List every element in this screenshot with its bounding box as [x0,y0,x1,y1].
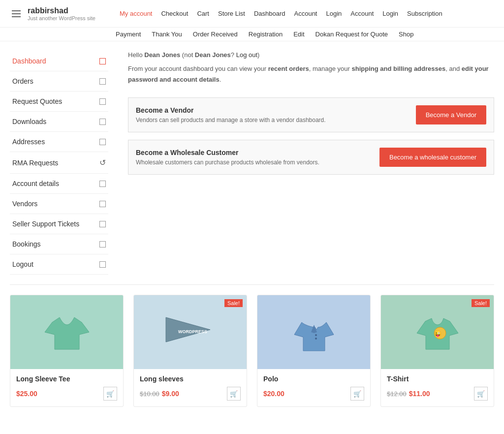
nav-registration[interactable]: Registration [244,31,287,38]
price-current: $9.00 [162,390,179,398]
sidebar-label-addresses: Addresses [12,138,45,146]
price-current: $20.00 [263,390,284,398]
sidebar-label-orders: Orders [12,77,33,85]
svg-point-3 [315,338,317,340]
product-image[interactable] [257,295,370,369]
svg-text:😜: 😜 [434,330,441,337]
product-image[interactable]: Sale! 😜 [381,295,494,369]
sidebar: Dashboard Orders Request Quotes Download… [10,51,108,275]
price-current: $11.00 [409,390,430,398]
sidebar-item-logout[interactable]: Logout [10,254,108,275]
products-grid: Long Sleeve Tee $25.00 🛒 Sale! WORDPRESS… [10,295,494,407]
long-sleeve-tee-illustration [42,308,92,357]
square-icon [99,241,106,248]
square-icon [99,139,106,145]
product-name[interactable]: Long Sleeve Tee [16,375,117,383]
nav-dokan-rfq[interactable]: Dokan Request for Quote [311,31,393,38]
square-icon [99,78,106,85]
product-info: Long Sleeve Tee $25.00 🛒 [10,369,123,406]
welcome-message: Hello Dean Jones (not Dean Jones? Log ou… [128,51,494,59]
product-image[interactable] [10,295,123,369]
wholesale-description: Wholesale customers can purchase product… [136,159,319,166]
product-image[interactable]: Sale! WORDPRESS [134,295,247,369]
become-vendor-box: Become a Vendor Vendors can sell product… [128,97,494,132]
description-text: From your account dashboard you can view… [128,63,494,85]
price-old: $10.00 [140,390,159,398]
sidebar-item-addresses[interactable]: Addresses [10,132,108,152]
tshirt-illustration: 😜 [413,308,462,357]
wholesale-box-text: Become a Wholesale Customer Wholesale cu… [136,149,319,166]
nav-account-2[interactable]: Account [346,10,378,17]
square-icon [99,181,106,187]
product-card: Sale! WORDPRESS Long sleeves $10.00 $9.0… [133,295,247,407]
sidebar-item-request-quotes[interactable]: Request Quotes [10,92,108,112]
sidebar-item-bookings[interactable]: Bookings [10,234,108,254]
sidebar-item-orders[interactable]: Orders [10,71,108,92]
square-icon [99,119,106,125]
nav-subscription[interactable]: Subscription [403,10,446,17]
sidebar-label-request-quotes: Request Quotes [12,97,62,105]
price-current: $25.00 [16,390,37,398]
square-icon [99,261,106,268]
product-price-row: $25.00 🛒 [16,387,117,401]
vendor-title: Become a Vendor [136,106,326,114]
sidebar-label-dashboard: Dashboard [12,57,46,65]
nav-thank-you[interactable]: Thank You [147,31,187,38]
main-container: Dashboard Orders Request Quotes Download… [0,41,504,284]
nav-checkout[interactable]: Checkout [157,10,192,17]
sidebar-label-downloads: Downloads [12,118,46,125]
sidebar-item-vendors[interactable]: Vendors [10,194,108,214]
nav-payment[interactable]: Payment [111,31,146,38]
sidebar-label-seller-support: Seller Support Tickets [12,220,79,228]
site-name[interactable]: rabbirshad [28,6,95,15]
product-price-row: $12.00 $11.00 🛒 [387,387,488,401]
nav-account-1[interactable]: Account [290,10,321,17]
header: rabbirshad Just another WordPress site M… [0,0,504,41]
user-name: Dean Jones [144,51,180,59]
sale-badge: Sale! [224,299,243,307]
product-info: Long sleeves $10.00 $9.00 🛒 [134,369,247,406]
add-to-cart-button[interactable]: 🛒 [103,387,117,401]
refresh-icon: ↺ [99,158,106,167]
product-name[interactable]: Polo [263,375,364,383]
nav-dashboard[interactable]: Dashboard [250,10,289,17]
user-name-2: Dean Jones [195,51,231,59]
nav-edit[interactable]: Edit [288,31,309,38]
square-icon [99,221,106,227]
become-wholesale-box: Become a Wholesale Customer Wholesale cu… [128,140,494,175]
product-info: T-Shirt $12.00 $11.00 🛒 [381,369,494,406]
sidebar-label-rma-requests: RMA Requests [12,159,58,167]
sidebar-item-account-details[interactable]: Account details [10,174,108,194]
sidebar-label-account-details: Account details [12,180,59,187]
nav-store-list[interactable]: Store List [214,10,249,17]
nav-my-account[interactable]: My account [116,10,156,17]
add-to-cart-button[interactable]: 🛒 [350,387,364,401]
product-name[interactable]: Long sleeves [140,375,241,383]
nav-shop[interactable]: Shop [394,31,418,38]
logout-link[interactable]: Log out [236,51,257,59]
nav-cart[interactable]: Cart [193,10,213,17]
become-vendor-button[interactable]: Become a Vendor [416,105,486,124]
products-section: Long Sleeve Tee $25.00 🛒 Sale! WORDPRESS… [0,285,504,417]
nav-login-1[interactable]: Login [322,10,346,17]
product-info: Polo $20.00 🛒 [257,369,370,406]
sidebar-item-rma-requests[interactable]: RMA Requests ↺ [10,152,108,174]
nav-order-received[interactable]: Order Received [188,31,243,38]
add-to-cart-button[interactable]: 🛒 [227,387,241,401]
action-boxes: Become a Vendor Vendors can sell product… [128,97,494,175]
nav-login-2[interactable]: Login [378,10,402,17]
polo-illustration [289,308,339,357]
product-name[interactable]: T-Shirt [387,375,488,383]
become-wholesale-button[interactable]: Become a wholesale customer [379,148,486,167]
logo-area: rabbirshad Just another WordPress site [10,6,116,21]
hamburger-icon[interactable] [10,8,23,19]
top-nav: My account Checkout Cart Store List Dash… [116,10,446,17]
sidebar-item-seller-support[interactable]: Seller Support Tickets [10,214,108,234]
product-card: Polo $20.00 🛒 [257,295,371,407]
sidebar-item-downloads[interactable]: Downloads [10,112,108,132]
sidebar-label-logout: Logout [12,260,33,268]
sidebar-item-dashboard[interactable]: Dashboard [10,51,108,71]
add-to-cart-button[interactable]: 🛒 [474,387,488,401]
svg-point-2 [315,334,317,336]
square-icon [99,201,106,207]
